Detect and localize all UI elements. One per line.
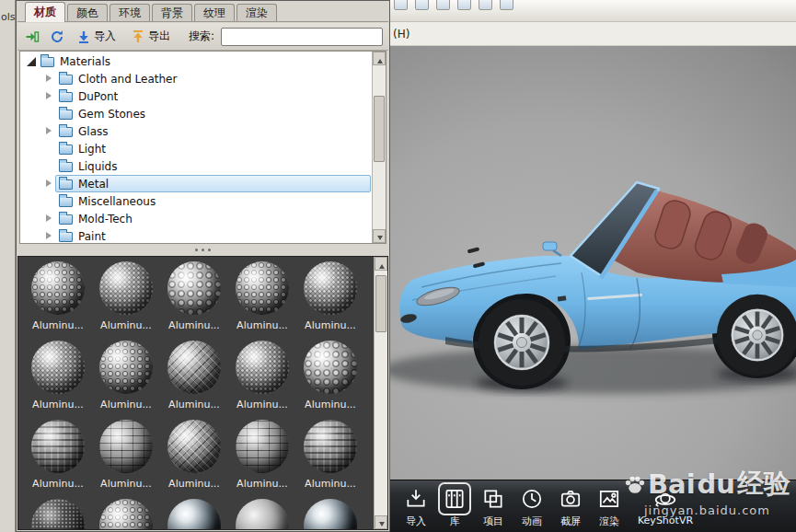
expand-arrow-icon[interactable] xyxy=(25,55,37,67)
realtime-viewport[interactable]: Baidu 经验 jingyan.baidu.com 导入 库 项目 xyxy=(390,46,796,532)
expand-arrow-icon[interactable] xyxy=(43,73,55,85)
material-swatch[interactable]: Aluminu... xyxy=(160,336,228,415)
ribbon-item-label: 截屏 xyxy=(560,515,581,528)
material-sphere-icon xyxy=(304,499,357,530)
material-swatch[interactable]: Aluminu... xyxy=(24,257,92,336)
tree-item-miscellaneous[interactable]: Miscellaneous xyxy=(21,192,371,210)
refresh-icon xyxy=(50,29,64,44)
material-swatch[interactable]: Aluminu... xyxy=(296,257,364,336)
material-sphere-icon xyxy=(99,499,153,530)
material-swatch[interactable]: Aluminu... xyxy=(24,336,92,415)
material-swatch[interactable]: Aluminu... xyxy=(92,415,160,494)
window-toolbar-icon[interactable] xyxy=(415,0,429,10)
tree-item-mold-tech[interactable]: Mold-Tech xyxy=(21,210,371,227)
tab-texture[interactable]: 纹理 xyxy=(194,4,235,21)
tree-item-label: Cloth and Leather xyxy=(78,73,177,86)
material-swatch[interactable]: Aluminu... xyxy=(160,494,228,530)
window-toolbar-icon[interactable] xyxy=(457,0,471,10)
ribbon-render-button[interactable]: 渲染 xyxy=(590,484,629,528)
tab-backplate[interactable]: 背景 xyxy=(152,4,192,21)
tree-item-light[interactable]: Light xyxy=(21,140,371,157)
material-swatch[interactable]: Aluminu... xyxy=(160,415,228,494)
material-swatch[interactable]: Aluminu... xyxy=(92,494,160,530)
main-window-area: (H) xyxy=(390,0,796,532)
material-swatch[interactable]: Aluminu... xyxy=(228,336,296,415)
ribbon-project-button[interactable]: 项目 xyxy=(474,484,513,528)
expand-arrow-icon[interactable] xyxy=(43,213,55,225)
search-input[interactable] xyxy=(221,28,383,46)
add-to-library-button[interactable] xyxy=(23,28,41,46)
ribbon-screenshot-button[interactable]: 截屏 xyxy=(551,484,590,528)
ribbon-animation-button[interactable]: 动画 xyxy=(513,484,551,528)
window-toolbar-icon[interactable] xyxy=(394,0,408,10)
material-swatch[interactable]: Aluminu... xyxy=(228,415,296,494)
tree-item-paint[interactable]: Paint xyxy=(21,227,371,244)
window-toolbar-icon[interactable] xyxy=(500,0,513,10)
tree-item-cloth-and-leather[interactable]: Cloth and Leather xyxy=(21,70,371,87)
scroll-down-button[interactable] xyxy=(373,229,386,243)
scroll-up-button[interactable] xyxy=(373,52,386,65)
menu-bar-fragment[interactable]: (H) xyxy=(390,22,796,46)
folder-icon xyxy=(59,110,73,120)
material-swatch-label: Aluminu... xyxy=(305,319,356,331)
material-swatch[interactable]: Aluminu... xyxy=(92,336,160,415)
scrollbar-thumb[interactable] xyxy=(374,96,385,162)
material-swatch[interactable]: Aluminu... xyxy=(24,415,92,494)
material-swatch[interactable]: Aluminu... xyxy=(296,336,364,415)
tree-item-metal[interactable]: Metal xyxy=(21,175,371,192)
material-swatch[interactable]: Aluminu... xyxy=(160,257,228,336)
expand-arrow-icon[interactable] xyxy=(43,125,55,137)
refresh-button[interactable] xyxy=(48,28,66,46)
material-swatch-label: Aluminu... xyxy=(305,399,356,411)
tab-material[interactable]: 材质 xyxy=(25,2,65,22)
tree-item-gem-stones[interactable]: Gem Stones xyxy=(21,105,371,122)
materials-tree: Materials Cloth and Leather DuPont Gem S… xyxy=(19,51,386,244)
folder-icon xyxy=(59,145,73,155)
swatch-cells: Aluminu... Aluminu... Aluminu... Aluminu… xyxy=(18,257,374,530)
tree-item-label: Mold-Tech xyxy=(78,213,133,226)
keyshot-screen: ols 材质 颜色 环境 背景 纹理 渲染 导入 导出 xyxy=(0,0,796,532)
material-swatch[interactable]: Aluminu... xyxy=(296,415,364,494)
material-swatch[interactable]: Aluminu... xyxy=(228,257,296,336)
window-toolbar-icon[interactable] xyxy=(436,0,450,10)
car-render xyxy=(390,46,796,480)
expand-arrow-icon[interactable] xyxy=(43,90,55,102)
help-menu-fragment[interactable]: (H) xyxy=(393,28,410,40)
folder-icon xyxy=(59,214,73,225)
screenshot-icon xyxy=(559,487,583,511)
material-sphere-icon xyxy=(167,341,221,394)
scroll-down-button[interactable] xyxy=(375,515,387,529)
project-icon xyxy=(481,487,505,511)
material-swatch-label: Aluminu... xyxy=(305,478,356,490)
import-button[interactable]: 导入 xyxy=(73,26,121,47)
ribbon-import-button[interactable]: 导入 xyxy=(397,484,435,528)
add-to-library-icon xyxy=(25,29,40,44)
panel-splitter[interactable] xyxy=(17,244,388,256)
expand-arrow-icon[interactable] xyxy=(43,230,55,242)
material-sphere-icon xyxy=(31,341,85,394)
tree-scrollbar[interactable] xyxy=(372,52,386,243)
scrollbar-thumb[interactable] xyxy=(375,275,386,332)
ribbon-item-label: 项目 xyxy=(483,515,503,528)
tab-color[interactable]: 颜色 xyxy=(67,4,108,21)
export-button[interactable]: 导出 xyxy=(127,26,175,47)
tab-environment[interactable]: 环境 xyxy=(110,4,150,21)
ribbon-library-button[interactable]: 库 xyxy=(435,484,474,528)
window-toolbar-icon[interactable] xyxy=(479,0,492,10)
tree-item-liquids[interactable]: Liquids xyxy=(21,157,371,175)
tree-item-glass[interactable]: Glass xyxy=(21,122,371,140)
folder-icon xyxy=(59,92,73,102)
tree-item-dupont[interactable]: DuPont xyxy=(21,87,371,105)
material-swatch[interactable]: Aluminu... xyxy=(228,494,296,530)
ribbon-item-label: 库 xyxy=(450,515,460,528)
folder-icon xyxy=(59,197,73,207)
tab-render[interactable]: 渲染 xyxy=(236,4,277,21)
folder-icon xyxy=(59,179,73,190)
material-swatch[interactable]: Aluminu... xyxy=(296,494,364,530)
expand-arrow-icon[interactable] xyxy=(43,178,55,190)
material-swatch[interactable]: Aluminu... xyxy=(24,494,92,530)
tree-item-materials[interactable]: Materials xyxy=(21,52,371,70)
material-swatch[interactable]: Aluminu... xyxy=(92,257,160,336)
scroll-up-button[interactable] xyxy=(375,257,387,271)
grid-scrollbar[interactable] xyxy=(374,257,387,529)
